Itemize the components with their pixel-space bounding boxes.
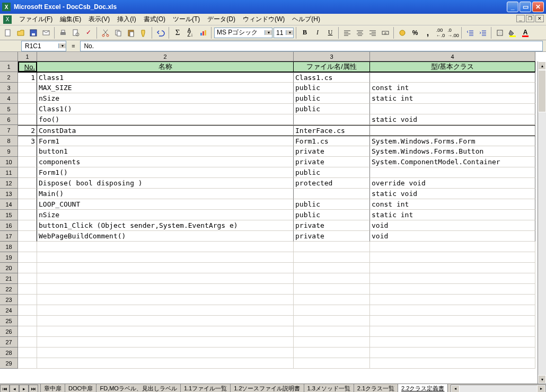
cell[interactable] bbox=[370, 242, 535, 252]
cell[interactable]: System.ComponentModel.Container bbox=[370, 157, 535, 167]
cell[interactable]: System.Windows.Forms.Button bbox=[370, 146, 535, 157]
cell[interactable]: Class1.cs bbox=[294, 72, 370, 83]
cell[interactable] bbox=[294, 326, 370, 337]
cell[interactable] bbox=[18, 146, 37, 157]
cell[interactable]: 名称 bbox=[37, 61, 294, 72]
cell[interactable] bbox=[18, 295, 37, 305]
menu-item[interactable]: 編集(E) bbox=[57, 14, 84, 25]
cell[interactable]: public bbox=[294, 167, 370, 178]
cell[interactable] bbox=[370, 305, 535, 316]
cell[interactable] bbox=[37, 348, 294, 358]
formula-bar[interactable]: No. bbox=[80, 41, 543, 51]
cell[interactable] bbox=[18, 93, 37, 104]
cell[interactable] bbox=[18, 263, 37, 273]
row-header[interactable]: 17 bbox=[0, 231, 18, 242]
cell[interactable] bbox=[18, 305, 37, 316]
cell[interactable]: static void bbox=[370, 114, 535, 125]
menu-item[interactable]: ツール(T) bbox=[170, 14, 203, 25]
row-header[interactable]: 28 bbox=[0, 348, 18, 358]
cell[interactable]: Dispose( bool disposing ) bbox=[37, 178, 294, 189]
cell[interactable] bbox=[18, 210, 37, 220]
cell[interactable] bbox=[37, 263, 294, 273]
scroll-up-button[interactable]: ▴ bbox=[538, 61, 546, 70]
cell[interactable]: const int bbox=[370, 83, 535, 93]
align-right-icon[interactable] bbox=[367, 27, 378, 39]
sheet-tab[interactable]: DOC中扉 bbox=[65, 384, 96, 393]
menu-item[interactable]: ヘルプ(H) bbox=[289, 14, 323, 25]
align-left-icon[interactable] bbox=[341, 27, 353, 39]
cell[interactable] bbox=[18, 220, 37, 231]
cell[interactable]: public bbox=[294, 104, 370, 114]
cell[interactable] bbox=[18, 114, 37, 125]
cell[interactable]: button1 bbox=[37, 146, 294, 157]
cell[interactable] bbox=[370, 104, 535, 114]
sheet-tab[interactable]: 1.2ソースファイル説明書 bbox=[230, 384, 304, 393]
decrease-decimal-icon[interactable]: .0→.00 bbox=[447, 27, 459, 39]
cell[interactable]: No. bbox=[18, 61, 37, 72]
cell[interactable] bbox=[370, 72, 535, 83]
row-header[interactable]: 4 bbox=[0, 93, 18, 104]
cell[interactable]: private bbox=[294, 157, 370, 167]
row-header[interactable]: 18 bbox=[0, 242, 18, 252]
row-header[interactable]: 19 bbox=[0, 252, 18, 263]
cell[interactable] bbox=[18, 189, 37, 199]
cell[interactable]: static void bbox=[370, 189, 535, 199]
cell[interactable] bbox=[18, 83, 37, 93]
cell[interactable] bbox=[18, 252, 37, 263]
open-icon[interactable] bbox=[15, 27, 27, 39]
format-painter-icon[interactable] bbox=[138, 27, 149, 39]
cut-icon[interactable] bbox=[100, 27, 111, 39]
cell[interactable] bbox=[294, 284, 370, 295]
workbook-icon[interactable]: X bbox=[3, 15, 12, 24]
cell[interactable]: InterFace.cs bbox=[294, 125, 370, 136]
menu-item[interactable]: 表示(V) bbox=[85, 14, 113, 25]
new-icon[interactable] bbox=[2, 27, 14, 39]
autosum-icon[interactable]: Σ bbox=[172, 27, 183, 39]
sort-asc-icon[interactable]: AZ↓ bbox=[184, 27, 196, 39]
row-header[interactable]: 15 bbox=[0, 210, 18, 220]
cell[interactable] bbox=[370, 284, 535, 295]
column-header[interactable]: 1 bbox=[18, 52, 37, 61]
row-header[interactable]: 11 bbox=[0, 167, 18, 178]
undo-icon[interactable] bbox=[155, 27, 166, 39]
column-header[interactable]: 4 bbox=[370, 52, 535, 61]
row-header[interactable]: 5 bbox=[0, 104, 18, 114]
row-header[interactable]: 23 bbox=[0, 295, 18, 305]
cell[interactable]: public bbox=[294, 199, 370, 210]
cell[interactable] bbox=[294, 189, 370, 199]
close-button[interactable]: ✕ bbox=[532, 2, 544, 12]
row-header[interactable]: 10 bbox=[0, 157, 18, 167]
column-header[interactable]: 2 bbox=[37, 52, 294, 61]
increase-decimal-icon[interactable]: .00←.0 bbox=[435, 27, 446, 39]
tab-nav-last[interactable]: ⏭ bbox=[29, 385, 38, 393]
italic-button[interactable]: I bbox=[312, 27, 323, 39]
print-preview-icon[interactable] bbox=[70, 27, 82, 39]
cell[interactable]: public bbox=[294, 210, 370, 220]
vertical-scrollbar[interactable]: ▴ ▾ bbox=[538, 61, 546, 384]
cell[interactable] bbox=[37, 295, 294, 305]
child-minimize-button[interactable]: _ bbox=[516, 15, 525, 22]
cell[interactable] bbox=[370, 273, 535, 284]
borders-icon[interactable] bbox=[494, 27, 506, 39]
cell[interactable]: private bbox=[294, 146, 370, 157]
cell[interactable]: LOOP_COUNT bbox=[37, 199, 294, 210]
row-header[interactable]: 20 bbox=[0, 263, 18, 273]
scroll-right-button[interactable]: ▸ bbox=[537, 385, 545, 393]
minimize-button[interactable]: _ bbox=[507, 2, 518, 12]
cell[interactable] bbox=[37, 305, 294, 316]
cell[interactable] bbox=[18, 284, 37, 295]
scroll-left-button[interactable]: ◂ bbox=[451, 385, 460, 393]
cell[interactable] bbox=[294, 305, 370, 316]
cell[interactable] bbox=[18, 242, 37, 252]
align-center-icon[interactable] bbox=[354, 27, 366, 39]
comma-icon[interactable]: , bbox=[422, 27, 434, 39]
cell[interactable] bbox=[18, 104, 37, 114]
cell[interactable] bbox=[294, 263, 370, 273]
cell[interactable]: 型/基本クラス bbox=[370, 61, 535, 72]
row-header[interactable]: 27 bbox=[0, 337, 18, 348]
cell[interactable]: Form1.cs bbox=[294, 136, 370, 146]
cell[interactable]: Form1 bbox=[37, 136, 294, 146]
row-header[interactable]: 16 bbox=[0, 220, 18, 231]
row-header[interactable]: 3 bbox=[0, 83, 18, 93]
cell[interactable]: override void bbox=[370, 178, 535, 189]
